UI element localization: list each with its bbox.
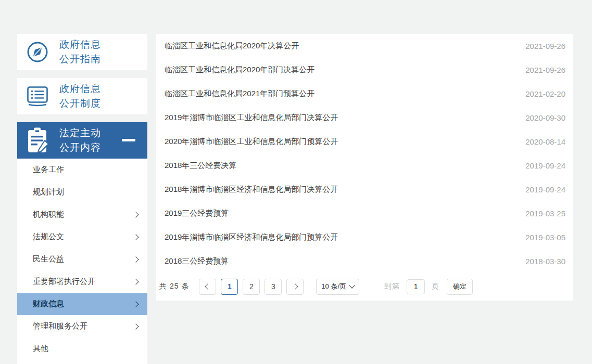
article-date: 2021-09-26	[525, 42, 565, 50]
sidebar-menu-item[interactable]: 规划计划	[17, 181, 147, 203]
minus-icon[interactable]	[122, 139, 135, 141]
chevron-right-icon	[133, 279, 138, 284]
chevron-down-icon	[349, 282, 355, 288]
article-date: 2019-09-24	[525, 161, 565, 170]
total-count-label: 共 25 条	[159, 282, 189, 291]
chevron-right-icon	[133, 212, 138, 217]
article-date: 2019-03-05	[525, 233, 565, 242]
page-size-label: 10 条/页	[321, 282, 346, 291]
next-page-button[interactable]	[286, 279, 304, 295]
article-row: 2019年淄博市临淄区工业和信息化局部门决算公开 2020-09-30	[156, 106, 573, 129]
sidebar-menu-item-label: 财政信息	[33, 299, 64, 309]
article-row: 临淄区工业和信息化局2021年部门预算公开 2021-02-20	[156, 82, 573, 106]
article-date: 2019-09-24	[525, 185, 565, 194]
article-row: 临淄区工业和信息化局2020年部门决算公开 2021-09-26	[156, 58, 573, 82]
sidebar-card-system-label: 政府信息 公开制度	[59, 82, 101, 111]
article-row: 2019三公经费预算 2019-03-25	[156, 201, 573, 225]
page-size-select[interactable]: 10 条/页	[316, 279, 359, 295]
sidebar-menu-item-label: 业务工作	[33, 165, 64, 175]
article-title-link[interactable]: 2019年淄博市临淄区经济和信息化局部门预算公开	[165, 232, 338, 242]
chevron-right-icon	[133, 256, 138, 262]
clipboard-pencil-icon	[25, 127, 50, 154]
article-date: 2021-09-26	[525, 66, 565, 74]
sidebar-menu-item-label: 法规公文	[33, 232, 64, 242]
sidebar-menu-item[interactable]: 管理和服务公开	[17, 315, 147, 337]
sidebar-menu: 业务工作 规划计划 机构职能 法规公文 民生公益 重要部署执行公开 财政信息 管…	[17, 159, 147, 364]
compass-icon	[25, 41, 50, 63]
sidebar-menu-item-label: 规划计划	[33, 187, 64, 197]
sidebar-menu-item[interactable]: 其他	[17, 337, 147, 360]
article-title-link[interactable]: 2019年淄博市临淄区工业和信息化局部门决算公开	[165, 113, 338, 123]
sidebar-card-guide[interactable]: 政府信息 公开指南	[17, 34, 147, 70]
sidebar-menu-item-label: 其他	[33, 344, 48, 354]
sidebar-menu-item[interactable]: 财政信息	[17, 293, 147, 315]
article-row: 临淄区工业和信息化局2020年决算公开 2021-09-26	[156, 34, 573, 58]
sidebar-menu-item[interactable]: 业务工作	[17, 159, 147, 181]
sidebar-menu-item[interactable]: 法规公文	[17, 226, 147, 248]
article-title-link[interactable]: 2018三公经费预算	[165, 256, 229, 266]
article-list: 临淄区工业和信息化局2020年决算公开 2021-09-26 临淄区工业和信息化…	[156, 34, 573, 273]
goto-page-suffix: 页	[432, 282, 439, 291]
page-number-button[interactable]: 3	[264, 279, 282, 295]
sidebar-menu-item[interactable]: 重要部署执行公开	[17, 270, 147, 293]
article-date: 2020-08-14	[525, 137, 565, 146]
article-title-link[interactable]: 2019三公经费预算	[165, 209, 229, 218]
goto-page-prefix: 到第	[384, 282, 400, 291]
article-title-link[interactable]: 临淄区工业和信息化局2020年部门决算公开	[165, 65, 314, 75]
article-row: 2020年淄博市临淄区工业和信息化局部门预算公开 2020-08-14	[156, 129, 573, 153]
article-row: 2018年淄博市临淄区经济和信息化局部门决算公开 2019-09-24	[156, 177, 573, 201]
article-row: 2018年三公经费决算 2019-09-24	[156, 153, 573, 177]
sidebar-menu-item[interactable]: 机构职能	[17, 203, 147, 226]
document-icon	[25, 85, 50, 107]
chevron-right-icon	[133, 301, 138, 307]
sidebar-card-system[interactable]: 政府信息 公开制度	[17, 78, 147, 114]
sidebar-section-label: 法定主动 公开内容	[59, 126, 101, 155]
page-number-button[interactable]: 1	[221, 279, 238, 295]
sidebar: 政府信息 公开指南 政府信息 公开制度	[17, 34, 147, 364]
sidebar-menu-item-label: 管理和服务公开	[33, 321, 87, 331]
article-title-link[interactable]: 2020年淄博市临淄区工业和信息化局部门预算公开	[165, 137, 338, 147]
article-row: 2018三公经费预算 2018-03-30	[156, 249, 573, 273]
prev-page-button[interactable]	[199, 279, 216, 295]
article-title-link[interactable]: 临淄区工业和信息化局2021年部门预算公开	[165, 89, 314, 99]
article-title-link[interactable]: 2018年淄博市临淄区经济和信息化局部门决算公开	[165, 185, 338, 194]
article-date: 2021-02-20	[525, 89, 565, 98]
sidebar-section-legal-disclosure[interactable]: 法定主动 公开内容	[17, 122, 147, 159]
sidebar-menu-item[interactable]: 民生公益	[17, 248, 147, 270]
chevron-right-icon	[133, 234, 138, 240]
article-date: 2019-03-25	[525, 209, 565, 218]
chevron-left-icon	[205, 283, 210, 289]
goto-page-input[interactable]	[407, 279, 425, 294]
pagination-bar: 共 25 条 123 10 条/页 到第 页 确定	[156, 273, 573, 300]
article-date: 2020-09-30	[525, 113, 565, 122]
confirm-button[interactable]: 确定	[447, 279, 473, 295]
sidebar-menu-item-label: 机构职能	[33, 210, 64, 219]
chevron-right-icon	[292, 283, 298, 289]
sidebar-menu-item-label: 重要部署执行公开	[33, 277, 95, 287]
article-date: 2018-03-30	[525, 257, 565, 266]
sidebar-card-guide-label: 政府信息 公开指南	[59, 37, 101, 67]
article-row: 2019年淄博市临淄区经济和信息化局部门预算公开 2019-03-05	[156, 225, 573, 249]
article-title-link[interactable]: 临淄区工业和信息化局2020年决算公开	[165, 41, 299, 51]
page-buttons: 123	[216, 279, 282, 295]
page-number-button[interactable]: 2	[243, 279, 260, 295]
sidebar-menu-item-label: 民生公益	[33, 254, 64, 264]
article-panel: 临淄区工业和信息化局2020年决算公开 2021-09-26 临淄区工业和信息化…	[156, 34, 573, 301]
chevron-right-icon	[133, 323, 138, 329]
article-title-link[interactable]: 2018年三公经费决算	[165, 161, 236, 171]
